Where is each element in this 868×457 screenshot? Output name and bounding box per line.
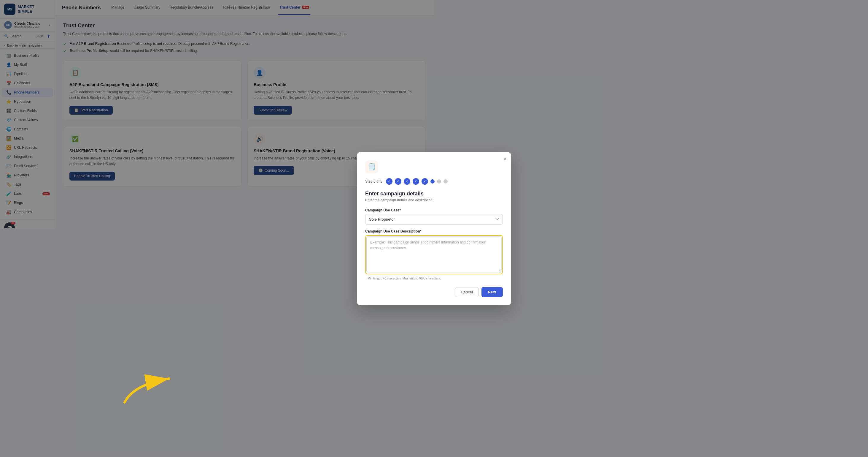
step-indicator: Step 6 of 8 ✓ ✓ ✓ ✓ ✓ [365,178,434,185]
step-4: ✓ [413,178,419,185]
step-1: ✓ [386,178,393,185]
step-5: ✓ [422,178,428,185]
step-3: ✓ [404,178,410,185]
campaign-details-modal: × 🗒️ Step 6 of 8 ✓ ✓ ✓ ✓ ✓ Enter campaig… [357,152,434,229]
modal-icon-wrapper: 🗒️ [365,160,378,173]
modal-title: Enter campaign details [365,191,434,197]
modal-subtitle: Enter the campaign details and descripti… [365,198,434,202]
step-6 [430,179,434,183]
campaign-use-case-select[interactable]: Sole Proprietor Standard Campaign Low Vo… [365,214,434,225]
campaign-use-case-group: Campaign Use Case* Sole Proprietor Stand… [365,208,434,225]
step-label: Step 6 of 8 [365,179,382,183]
step-2: ✓ [395,178,401,185]
modal-overlay[interactable]: × 🗒️ Step 6 of 8 ✓ ✓ ✓ ✓ ✓ Enter campaig… [0,0,434,228]
clipboard-modal-icon: 🗒️ [368,163,376,171]
campaign-use-case-label: Campaign Use Case* [365,208,434,212]
